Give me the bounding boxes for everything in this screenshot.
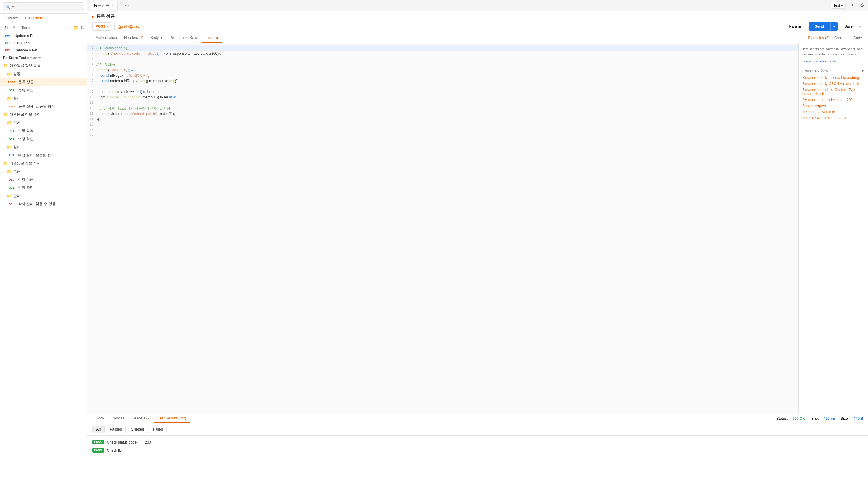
list-item[interactable]: GET 수정 확인: [0, 135, 87, 143]
snippet-item[interactable]: Response time is less than 200ms: [802, 97, 864, 103]
code-line: 9 pm.expect(match !== null).to.be.true;: [87, 90, 798, 95]
folder-name: 애완동물 정보 수정: [10, 112, 79, 117]
list-item[interactable]: GET Get a Pet: [0, 40, 87, 47]
list-item[interactable]: PUT Update a Pet: [0, 32, 87, 40]
resp-tab-body[interactable]: Body: [92, 414, 108, 423]
code-line: 8: [87, 84, 798, 90]
object-expand-icon[interactable]: Object: [820, 69, 829, 72]
tab-tests[interactable]: Tests: [202, 33, 221, 43]
subtab-all[interactable]: All: [3, 25, 10, 30]
list-item[interactable]: GET 삭제 확인: [0, 184, 87, 192]
section-name: PetStore Test: [3, 56, 26, 60]
folder-name: 성공: [13, 71, 84, 76]
snippet-item[interactable]: Send a request: [802, 103, 864, 109]
learn-more-link[interactable]: Learn more about tests: [802, 59, 836, 63]
filter-failed-button[interactable]: Failed: [149, 426, 167, 433]
code-link[interactable]: Code: [852, 33, 863, 43]
list-item[interactable]: POST 등록 실패: 잘못된 형식: [0, 102, 87, 110]
add-tab-button[interactable]: +: [119, 2, 123, 8]
resp-tab-headers[interactable]: Headers (7): [128, 414, 154, 423]
test-name: Check ID: [107, 448, 122, 452]
code-editor[interactable]: 1 // 1. Status code 체크 2 pm.test('Check …: [87, 43, 799, 414]
line-content: pm.environment.set('added_pet_id', match…: [96, 112, 798, 116]
list-item[interactable]: PUT 수정 성공: [0, 127, 87, 135]
line-number: 6: [87, 73, 96, 77]
method-badge-post: POST: [7, 80, 17, 84]
list-item[interactable]: DEL 삭제 성공: [0, 175, 87, 184]
list-item[interactable]: DEL Remove a Pet: [0, 47, 87, 54]
tab-history[interactable]: History: [3, 14, 21, 23]
more-tabs-icon[interactable]: •••: [125, 3, 129, 7]
method-badge-put: PUT: [7, 153, 16, 157]
test-name: Check status code === 200: [107, 440, 151, 444]
line-content: // 3. 이후 테스트에서 사용하기 위해 ID 저장: [96, 106, 798, 111]
snippet-item[interactable]: Response body: Is equal to a string: [802, 75, 864, 81]
editor-panel: 1 // 1. Status code 체크 2 pm.test('Check …: [87, 43, 868, 414]
list-item[interactable]: GET 등록 확인: [0, 86, 87, 94]
list-item-selected[interactable]: POST 등록 성공 •••: [0, 78, 87, 86]
folder-item[interactable]: 📁 실패 •••: [0, 143, 87, 151]
line-content: pm.test('Check ID', () => {: [96, 68, 798, 72]
send-dropdown-button[interactable]: ▾: [830, 22, 838, 31]
tab-collections[interactable]: Collections: [21, 14, 46, 23]
filter-skipped-button[interactable]: Skipped: [127, 426, 148, 433]
url-input[interactable]: [114, 22, 782, 31]
line-number: 10: [87, 95, 96, 99]
list-item[interactable]: PUT 수정 실패: 잘못된 형식: [0, 151, 87, 159]
request-tab-active[interactable]: 등록 성공 ✕: [90, 1, 118, 10]
tab-body[interactable]: Body: [147, 33, 166, 43]
resp-tab-test-results[interactable]: Test Results (2/2): [154, 414, 190, 423]
folder-item[interactable]: 📁 애완동물 정보 삭제 •••: [0, 159, 87, 167]
params-button[interactable]: Params: [785, 22, 806, 31]
close-tab-icon[interactable]: ✕: [111, 4, 114, 7]
folder-icon: 📁: [3, 161, 8, 166]
folder-icon: 📁: [7, 120, 11, 125]
response-status-bar: Status: 200 OK Time: 457 ms Size: 449 B: [776, 416, 863, 421]
send-button[interactable]: Send: [808, 22, 830, 31]
new-folder-icon[interactable]: 📁: [73, 25, 79, 30]
headers-count: (1): [140, 36, 143, 40]
environment-selector[interactable]: Test ▾: [830, 2, 846, 9]
eye-button[interactable]: 👁: [849, 1, 856, 9]
subtab-me[interactable]: Me: [11, 25, 18, 30]
filter-passed-button[interactable]: Passed: [106, 426, 126, 433]
subtab-team[interactable]: Team: [20, 25, 31, 30]
item-name: 삭제 실패: 찾을 수 없음: [18, 201, 84, 206]
folder-item[interactable]: 📁 성공 •••: [0, 119, 87, 127]
code-line: 16: [87, 128, 798, 133]
section-count: 9 requests: [27, 56, 41, 59]
method-badge-get: GET: [3, 41, 13, 45]
snippet-item[interactable]: Set a global variable: [802, 109, 864, 115]
method-selector[interactable]: POST ▾: [92, 22, 112, 31]
expand-arrow-icon[interactable]: ▶: [92, 15, 95, 18]
snippet-item[interactable]: Response headers: Content-Type header ch…: [802, 87, 864, 97]
folder-item[interactable]: 📁 애완동물 정보 수정 •••: [0, 110, 87, 119]
tab-pre-request-script[interactable]: Pre-request Script: [166, 33, 203, 43]
sort-icon[interactable]: ⇅: [80, 25, 84, 30]
tab-authorization[interactable]: Authorization: [92, 33, 121, 43]
item-name: 등록 확인: [18, 88, 84, 93]
section-title[interactable]: PetStore Test 9 requests: [0, 54, 87, 62]
save-dropdown-button[interactable]: ▾: [857, 22, 863, 31]
settings-button[interactable]: ⚙: [859, 1, 866, 9]
filter-input[interactable]: [3, 2, 84, 11]
cookies-link[interactable]: Cookies: [833, 33, 848, 43]
sidebar-sub-tabs: All Me Team 📁 ⇅: [0, 24, 87, 32]
expand-icon[interactable]: ▶: [862, 68, 864, 73]
examples-button[interactable]: Examples (3): [808, 36, 829, 40]
req-tabs-right: Examples (3): [808, 36, 829, 40]
tab-headers[interactable]: Headers (1): [121, 33, 147, 43]
line-number: 16: [87, 128, 96, 131]
list-item[interactable]: DEL 삭제 실패: 찾을 수 없음: [0, 200, 87, 208]
save-button[interactable]: Save: [840, 22, 857, 31]
folder-item[interactable]: 📁 성공 •••: [0, 167, 87, 175]
folder-item[interactable]: 📁 애완동물 정보 등록 •••: [0, 62, 87, 70]
folder-item[interactable]: 📁 실패: [0, 192, 87, 200]
folder-item[interactable]: 📁 성공: [0, 70, 87, 78]
line-content: });: [96, 117, 798, 121]
resp-tab-cookies[interactable]: Cookies: [108, 414, 128, 423]
snippet-item[interactable]: Response body: JSON value check: [802, 81, 864, 87]
filter-all-button[interactable]: All: [92, 426, 104, 433]
folder-item[interactable]: 📁 실패: [0, 94, 87, 102]
snippet-item[interactable]: Set an environment variable: [802, 115, 864, 121]
